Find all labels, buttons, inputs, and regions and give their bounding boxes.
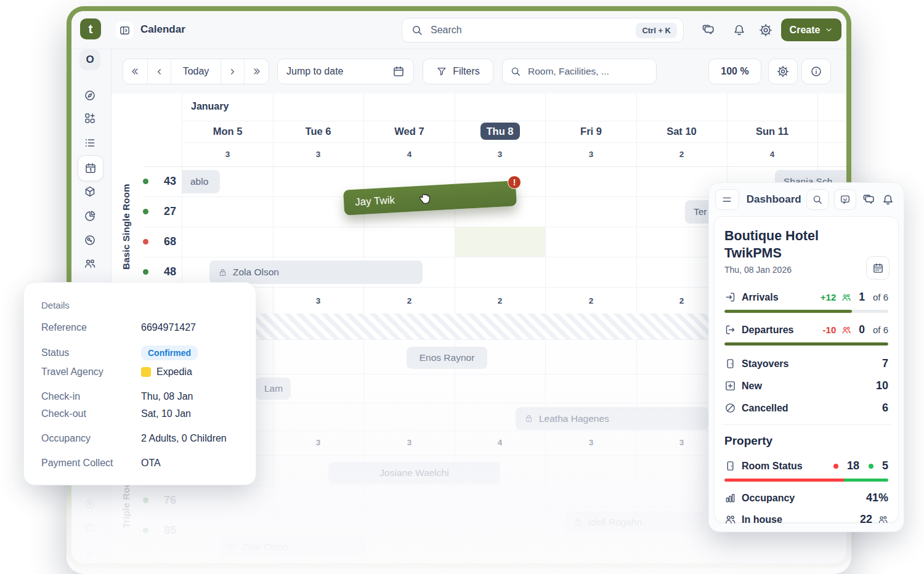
rail-item-broadcast[interactable] — [84, 547, 96, 559]
menu-button[interactable] — [715, 189, 739, 210]
in-house-label: In house — [742, 514, 854, 525]
arrivals-delta: +12 — [821, 292, 836, 302]
app-logo[interactable]: t — [80, 18, 101, 39]
rail-item-apps[interactable] — [84, 112, 96, 124]
day-header-sun11[interactable]: Sun 11 — [727, 121, 817, 142]
room-search[interactable] — [502, 59, 657, 84]
departures-row[interactable]: Departures -10 0 of 6 — [724, 323, 888, 336]
nav-first-button[interactable] — [123, 59, 148, 84]
room-number[interactable]: 27 — [150, 204, 176, 218]
today-button[interactable]: Today — [171, 59, 221, 84]
bar-chart-icon — [724, 492, 736, 504]
room-search-input[interactable] — [527, 65, 649, 78]
in-house-row[interactable]: In house 22 — [724, 513, 888, 526]
notifications-button[interactable] — [732, 23, 746, 37]
availability-count: 2 — [364, 288, 455, 314]
zoom-level-value: 100 % — [721, 66, 748, 77]
availability-count: 2 — [636, 142, 727, 166]
global-search-input[interactable] — [429, 24, 636, 36]
sidebar-toggle-button[interactable] — [116, 22, 133, 39]
stayovers-row[interactable]: Stayovers 7 — [724, 357, 888, 370]
agency-color-swatch — [141, 367, 151, 377]
rail-item-keys[interactable] — [84, 234, 96, 246]
reservation-chip-locked[interactable]: Leatha Hagenes — [516, 407, 708, 430]
stayovers-value: 7 — [882, 357, 888, 370]
day-header-sat10[interactable]: Sat 10 — [636, 121, 727, 142]
org-avatar[interactable]: O — [79, 49, 100, 70]
chevron-right-icon — [228, 67, 237, 76]
arrivals-progress-fill — [724, 310, 852, 313]
nav-last-button[interactable] — [245, 59, 269, 84]
day-header-mon5[interactable]: Mon 5 — [182, 121, 273, 142]
calendar-grid-icon — [872, 262, 884, 274]
date-picker-button[interactable] — [866, 256, 890, 280]
feedback-button[interactable] — [834, 189, 857, 210]
rail-item-history[interactable] — [84, 498, 96, 510]
departures-total: of 6 — [873, 325, 888, 335]
rail-item-list[interactable] — [84, 137, 96, 149]
availability-count: 3 — [546, 142, 636, 166]
month-label: January — [191, 101, 229, 112]
room-status-row[interactable]: Room Status 18 5 — [724, 459, 888, 472]
info-button[interactable] — [801, 59, 831, 84]
room-number[interactable]: 85 — [150, 523, 176, 537]
new-row[interactable]: New 10 — [724, 379, 888, 392]
day-header-wed7[interactable]: Wed 7 — [364, 121, 455, 142]
departures-done: 0 — [859, 323, 865, 336]
reservation-chip-locked[interactable]: Zola Olson — [219, 536, 367, 557]
nav-next-button[interactable] — [221, 59, 245, 84]
detail-value: Expedia — [156, 366, 192, 378]
plus-box-icon — [724, 380, 736, 392]
reservation-chip[interactable]: Josiane Waelchi — [328, 462, 500, 484]
dashboard-notifications-button[interactable] — [881, 192, 895, 207]
dashboard-search-button[interactable] — [806, 189, 829, 210]
day-header-thu8-selected[interactable]: Thu 8 — [455, 121, 545, 142]
reservation-chip[interactable]: ablo — [182, 170, 220, 193]
rail-item-guests[interactable] — [84, 257, 96, 270]
create-button[interactable]: Create — [781, 18, 841, 41]
double-chevron-left-icon — [130, 67, 140, 76]
global-search[interactable]: Ctrl + K — [402, 18, 684, 42]
arrivals-row[interactable]: Arrivals +12 1 of 6 — [724, 291, 888, 304]
rail-item-chat[interactable] — [84, 522, 96, 535]
zoom-level-button[interactable]: 100 % — [708, 59, 761, 84]
guest-name: Jay Twik — [355, 194, 395, 209]
reservation-chip-locked[interactable]: Zola Olson — [209, 261, 423, 284]
detail-value: 6694971427 — [141, 322, 196, 333]
filters-button[interactable]: Filters — [423, 59, 493, 84]
rail-item-calendar-active[interactable] — [78, 155, 103, 181]
people-icon — [878, 514, 888, 525]
occupancy-row[interactable]: Occupancy 41% — [724, 491, 888, 504]
departures-label: Departures — [742, 325, 817, 336]
dashboard-messages-button[interactable] — [861, 192, 875, 207]
rail-item-dashboard[interactable] — [84, 89, 96, 102]
divider — [722, 424, 891, 425]
room-number[interactable]: 43 — [150, 174, 176, 188]
day-header-fri9[interactable]: Fri 9 — [546, 121, 636, 142]
room-number[interactable]: 76 — [150, 493, 176, 507]
room-status-bar — [724, 479, 888, 482]
day-header-tue6[interactable]: Tue 6 — [273, 121, 363, 142]
jump-to-date-button[interactable]: Jump to date — [277, 59, 414, 84]
departures-delta: -10 — [823, 325, 837, 335]
cancelled-value: 6 — [882, 402, 888, 414]
calendar-settings-button[interactable] — [768, 59, 798, 84]
messages-button[interactable] — [702, 23, 715, 37]
settings-button[interactable] — [759, 23, 772, 37]
rail-item-reports[interactable] — [84, 210, 96, 222]
reservation-chip[interactable]: Enos Raynor — [407, 347, 487, 369]
search-icon — [411, 24, 423, 36]
reservation-chip-locked[interactable]: Idell Rogahn — [565, 511, 704, 533]
clean-count: 5 — [882, 459, 888, 472]
room-number[interactable]: 48 — [150, 265, 176, 278]
rail-item-inventory[interactable] — [84, 185, 96, 198]
arrivals-progress-bar — [724, 310, 888, 313]
nav-prev-button[interactable] — [148, 59, 171, 84]
cancelled-row[interactable]: Cancelled 6 — [724, 402, 888, 414]
occupancy-label: Occupancy — [742, 493, 861, 504]
reservation-chip[interactable]: Lam — [256, 378, 291, 400]
availability-count: 3 — [455, 142, 545, 166]
hotel-name: Boutique HotelTwikPMS — [724, 228, 888, 262]
room-number[interactable]: 68 — [150, 235, 176, 248]
detail-label: Occupancy — [41, 433, 141, 444]
